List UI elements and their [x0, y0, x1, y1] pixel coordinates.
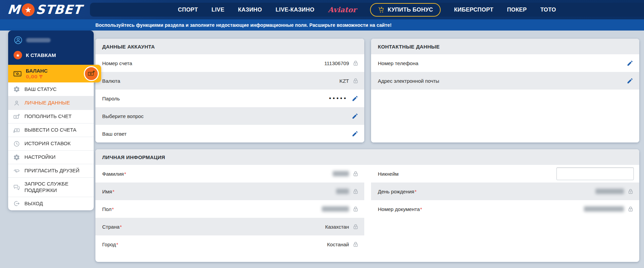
lock-icon [352, 224, 359, 230]
sidebar-item-status[interactable]: ВАШ СТАТУС [8, 82, 94, 96]
field-label: День рождения [378, 189, 414, 194]
field-label: Ваш ответ [102, 131, 127, 137]
balance-amount: 0,00 ₸ [26, 74, 48, 79]
password-row: Пароль ••••• [95, 90, 364, 107]
field-label: Фамилия [102, 171, 124, 177]
sidebar-item-label: ВЫХОД [24, 200, 89, 207]
security-answer-row: Ваш ответ [95, 125, 364, 142]
user-profile[interactable] [13, 35, 89, 49]
country-row: Страна* Казахстан [95, 218, 364, 235]
sidebar-item-to-bets[interactable]: ★ К СТАВКАМ [13, 49, 89, 63]
pencil-icon [352, 131, 358, 137]
sidebar-item-support-request[interactable]: ЗАПРОС СЛУЖБЕ ПОДДЕРЖКИ [8, 177, 94, 197]
panel-title: ЛИЧНАЯ ИНФОРМАЦИЯ [95, 149, 639, 165]
nav-live[interactable]: LIVE [211, 6, 224, 13]
quick-deposit-button[interactable] [84, 66, 99, 81]
main-nav: СПОРТ LIVE КАЗИНО LIVE-КАЗИНО Aviator КУ… [90, 3, 644, 17]
edit-password-button[interactable] [351, 95, 359, 102]
nav-aviator[interactable]: Aviator [328, 5, 356, 14]
star-glyph: ★ [16, 53, 20, 58]
nav-cybersport[interactable]: КИБЕРСПОРТ [454, 6, 494, 13]
nav-live-casino[interactable]: LIVE-КАЗИНО [276, 6, 314, 13]
lock-icon [352, 206, 359, 212]
sidebar-item-logout[interactable]: ВЫХОД [8, 197, 94, 210]
sidebar-item-label: ЗАПРОС СЛУЖБЕ ПОДДЕРЖКИ [24, 181, 89, 194]
email-row: Адрес электронной почты [371, 72, 639, 90]
info-notice-bar: Воспользуйтесь функциями раздела и запол… [0, 19, 644, 31]
field-value: KZT [339, 78, 349, 84]
field-label: Город [102, 242, 116, 247]
city-row: Город* Костанай [95, 235, 364, 253]
field-label: Номер телефона [378, 60, 418, 66]
sidebar-item-personal-data[interactable]: ЛИЧНЫЕ ДАННЫЕ [8, 96, 94, 110]
logo-text-suffix: STBET [35, 2, 82, 17]
nav-casino[interactable]: КАЗИНО [238, 6, 262, 13]
notice-text: Воспользуйтесь функциями раздела и запол… [95, 22, 391, 28]
lock-icon [352, 241, 359, 248]
personal-right-column: Никнейм День рождения* Номер докуме [371, 165, 639, 253]
nickname-input[interactable] [556, 167, 634, 180]
lock-icon [352, 78, 359, 84]
gender-row: Пол* [95, 200, 364, 218]
redacted-value [584, 206, 624, 212]
redacted-value [595, 189, 624, 194]
field-label: Пароль [102, 96, 120, 101]
clock-icon [13, 140, 20, 147]
nickname-row: Никнейм [371, 165, 639, 183]
chat-icon [13, 184, 20, 191]
sidebar-item-deposit[interactable]: ПОПОЛНИТЬ СЧЕТ [8, 110, 94, 123]
required-asterisk: * [124, 171, 126, 177]
required-asterisk: * [120, 224, 122, 230]
panel-title: КОНТАКТНЫЕ ДАННЫЕ [371, 39, 639, 54]
buy-bonus-button[interactable]: КУПИТЬ БОНУС [370, 3, 440, 17]
lock-icon [352, 60, 359, 66]
required-asterisk: * [415, 189, 417, 194]
pencil-icon [627, 60, 633, 66]
nav-poker[interactable]: ПОКЕР [507, 6, 527, 13]
star-glyph: ★ [25, 5, 32, 14]
sidebar-item-label: ВАШ СТАТУС [24, 86, 89, 93]
sidebar-item-bet-history[interactable]: ИСТОРИЯ СТАВОК [8, 137, 94, 150]
currency-row: Валюта KZT [95, 72, 364, 90]
pencil-icon [627, 78, 633, 84]
gear-icon [13, 154, 20, 161]
brand-logo[interactable]: M ★ STBET [7, 2, 82, 17]
account-number-row: Номер счета 111306709 [95, 54, 364, 72]
sidebar-item-label: НАСТРОЙКИ [24, 154, 89, 160]
bonus-cart-icon [378, 6, 385, 13]
deposit-icon [13, 113, 20, 120]
field-label: Имя [102, 189, 112, 194]
username-redacted [26, 38, 51, 42]
nav-sport[interactable]: СПОРТ [178, 6, 198, 13]
sidebar-item-balance[interactable]: БАЛАНС 0,00 ₸ [8, 65, 101, 82]
edit-answer-button[interactable] [351, 130, 359, 138]
lock-icon [627, 206, 634, 212]
edit-phone-button[interactable] [626, 59, 634, 67]
personal-left-column: Фамилия* Имя* Пол* [95, 165, 364, 253]
gear-icon [13, 86, 20, 93]
nav-toto[interactable]: ТОТО [540, 6, 556, 13]
pencil-icon [352, 95, 358, 102]
edit-email-button[interactable] [626, 77, 634, 85]
phone-row: Номер телефона [371, 54, 639, 72]
sidebar-item-label: ИСТОРИЯ СТАВОК [24, 140, 89, 147]
panel-empty-space [371, 90, 639, 142]
sidebar-item-invite-friends[interactable]: ПРИГЛАСИТЬ ДРУЗЕЙ [8, 164, 94, 177]
lock-icon [352, 171, 359, 177]
top-navigation-bar: СПОРТ LIVE КАЗИНО LIVE-КАЗИНО Aviator КУ… [0, 0, 644, 19]
edit-question-button[interactable] [351, 112, 359, 120]
password-masked-value: ••••• [329, 95, 348, 102]
star-icon: ★ [14, 51, 22, 59]
to-bets-label: К СТАВКАМ [26, 52, 56, 58]
lock-icon [627, 188, 634, 195]
required-asterisk: * [420, 206, 422, 212]
birthday-row: День рождения* [371, 183, 639, 200]
field-value: 111306709 [324, 60, 349, 66]
person-icon [13, 100, 20, 107]
sidebar-item-settings[interactable]: НАСТРОЙКИ [8, 150, 94, 164]
sidebar-item-label: ПОПОЛНИТЬ СЧЕТ [24, 113, 89, 120]
lock-icon [352, 188, 359, 195]
field-label: Номер документа [378, 206, 420, 212]
sidebar-item-withdraw[interactable]: ВЫВЕСТИ СО СЧЕТА [8, 123, 94, 137]
pencil-icon [352, 113, 358, 119]
